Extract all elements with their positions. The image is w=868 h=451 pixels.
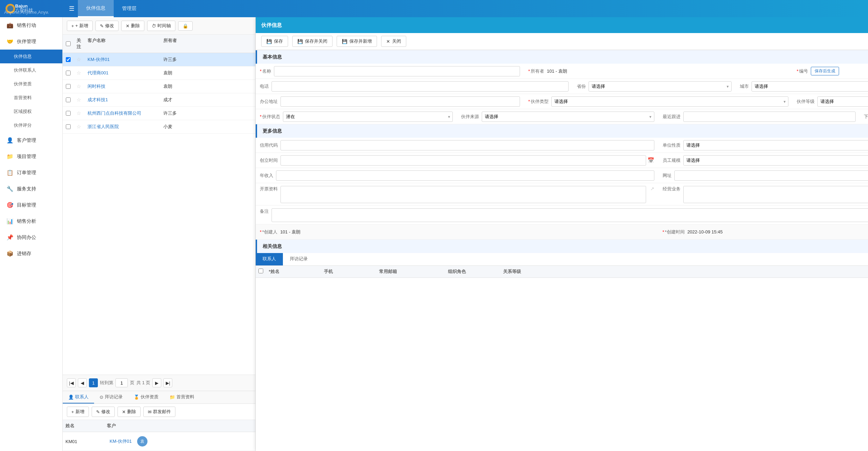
star-icon[interactable]: ☆ — [76, 110, 81, 116]
last-followup-input[interactable] — [683, 112, 856, 122]
row-checkbox[interactable] — [66, 57, 71, 62]
save-button[interactable]: 💾 保存 — [261, 36, 288, 47]
sidebar-item-service-support[interactable]: 🔧 服务支持 — [0, 181, 62, 197]
bottom-tab-quality[interactable]: 🏅 伙伴资质 — [128, 391, 164, 403]
table-row[interactable]: ☆ 闲时科技 袁朗 — [63, 80, 255, 93]
related-select-all[interactable] — [258, 269, 263, 273]
founded-calendar-icon[interactable]: 📅 — [647, 157, 654, 164]
row-star[interactable]: ☆ — [74, 120, 85, 133]
address-input[interactable] — [280, 96, 520, 107]
sidebar-item-order-mgmt[interactable]: 📋 订单管理 — [0, 165, 62, 181]
table-row[interactable]: ☆ 杭州西门点自科技有限公司 许三多 — [63, 107, 255, 120]
sidebar-item-regional-auth[interactable]: 区域授权 — [0, 105, 62, 118]
star-icon[interactable]: ☆ — [76, 56, 81, 62]
save-close-button[interactable]: 💾 保存并关闭 — [292, 36, 333, 47]
bottom-edit-button[interactable]: ✎ 修改 — [92, 407, 115, 417]
row-checkbox[interactable] — [66, 84, 71, 89]
page-input[interactable] — [115, 378, 128, 387]
first-page-button[interactable]: |◀ — [67, 378, 76, 387]
top-nav-partner-info[interactable]: 伙伴信息 — [78, 0, 114, 17]
city-select[interactable]: 请选择 — [752, 81, 868, 92]
sidebar-item-project-mgmt[interactable]: 📁 项目管理 — [0, 148, 62, 165]
save-new-button[interactable]: 💾 保存并新增 — [337, 36, 377, 47]
prev-page-button[interactable]: ◀ — [78, 378, 87, 387]
sidebar-item-sales-action[interactable]: 💼 销售行动 — [0, 17, 62, 33]
website-input[interactable] — [674, 170, 868, 181]
menu-toggle-button[interactable]: ☰ — [65, 5, 78, 12]
current-page-button[interactable]: 1 — [89, 378, 98, 387]
sidebar-item-office-collab[interactable]: 📌 协同办公 — [0, 229, 62, 245]
row-name[interactable]: 闲时科技 — [85, 80, 161, 93]
table-row[interactable]: ☆ 浙江省人民医院 小麦 — [63, 120, 255, 134]
contact-customer[interactable]: KM-伙伴01 — [107, 435, 134, 448]
lock-button[interactable]: 🔒 — [178, 21, 193, 31]
name-input[interactable] — [274, 66, 520, 76]
autogen-button[interactable]: 保存后生成 — [811, 67, 839, 75]
business-textarea[interactable] — [683, 186, 868, 203]
next-page-button[interactable]: ▶ — [152, 378, 161, 387]
more-info-section-header[interactable]: 更多信息 ∧ — [256, 124, 868, 138]
star-icon[interactable]: ☆ — [76, 83, 81, 89]
row-star[interactable]: ☆ — [74, 53, 85, 66]
bottom-tab-contacts[interactable]: 👤 联系人 — [63, 391, 94, 403]
row-checkbox[interactable] — [66, 124, 71, 129]
invoice-textarea[interactable] — [280, 186, 646, 203]
row-checkbox[interactable] — [66, 97, 71, 102]
province-select[interactable]: 请选择 — [589, 81, 731, 92]
notes-textarea[interactable] — [272, 208, 868, 222]
employee-count-select[interactable]: 请选择 — [683, 155, 868, 166]
sidebar-item-partner-quality[interactable]: 伙伴资质 — [0, 77, 62, 91]
bottom-add-button[interactable]: + 新增 — [67, 407, 89, 417]
last-page-button[interactable]: ▶| — [163, 378, 172, 387]
table-row[interactable]: ☆ 代理商001 袁朗 — [63, 66, 255, 80]
delete-button[interactable]: ✕ 删除 — [121, 21, 144, 31]
bottom-tab-visits[interactable]: ⊙ 拜访记录 — [94, 391, 128, 403]
bottom-email-button[interactable]: ✉ 群发邮件 — [143, 407, 175, 417]
close-button[interactable]: ✕ 关闭 — [381, 36, 406, 47]
row-star[interactable]: ☆ — [74, 107, 85, 120]
sidebar-item-inventory[interactable]: 📦 进销存 — [0, 245, 62, 262]
row-star[interactable]: ☆ — [74, 66, 85, 80]
phone-input[interactable] — [272, 81, 569, 92]
row-checkbox[interactable] — [66, 111, 71, 116]
partner-type-select[interactable]: 请选择 — [551, 96, 788, 107]
bottom-tab-main-resource[interactable]: 📁 首营资料 — [164, 391, 200, 403]
sidebar-item-sales-analysis[interactable]: 📊 销售分析 — [0, 213, 62, 229]
sidebar-item-customer-mgmt[interactable]: 👤 客户管理 — [0, 132, 62, 148]
related-info-section-header[interactable]: 相关信息 ∧ — [256, 240, 868, 253]
row-star[interactable]: ☆ — [74, 93, 85, 106]
table-row[interactable]: ☆ 成才科技1 成才 — [63, 93, 255, 107]
star-icon[interactable]: ☆ — [76, 70, 81, 76]
add-button[interactable]: + + 新增 — [67, 21, 93, 31]
timeline-button[interactable]: ⏱ 时间轴 — [147, 21, 175, 31]
row-name[interactable]: KM-伙伴01 — [85, 53, 161, 66]
sidebar-item-main-resource[interactable]: 首营资料 — [0, 91, 62, 105]
revenue-input[interactable] — [276, 170, 654, 181]
org-type-select[interactable]: 请选择 — [683, 140, 868, 150]
partner-status-select[interactable]: 潜在 活跃 — [283, 112, 453, 122]
partner-source-select[interactable]: 请选择 — [482, 112, 654, 122]
sidebar-item-partner-info[interactable]: 伙伴信息 — [0, 50, 62, 63]
bottom-table-row[interactable]: KM01 KM-伙伴01 袁 — [63, 432, 255, 451]
sidebar-item-target-mgmt[interactable]: 🎯 目标管理 — [0, 197, 62, 213]
bottom-delete-button[interactable]: ✕ 删除 — [118, 407, 141, 417]
star-icon[interactable]: ☆ — [76, 124, 81, 129]
sidebar-item-partner-mgmt[interactable]: 🤝 伙伴管理 — [0, 33, 62, 50]
top-nav-management[interactable]: 管理层 — [114, 0, 145, 17]
row-name[interactable]: 代理商001 — [85, 66, 161, 80]
related-tab-contacts[interactable]: 联系人 — [256, 253, 283, 265]
star-icon[interactable]: ☆ — [76, 97, 81, 103]
row-star[interactable]: ☆ — [74, 80, 85, 93]
related-tab-visits[interactable]: 拜访记录 — [283, 253, 315, 265]
row-name[interactable]: 浙江省人民医院 — [85, 120, 161, 133]
sidebar-item-partner-contact[interactable]: 伙伴联系人 — [0, 63, 62, 77]
row-name[interactable]: 成才科技1 — [85, 93, 161, 106]
sidebar-item-partner-rating[interactable]: 伙伴评分 — [0, 118, 62, 132]
partner-level-select[interactable]: 请选择 — [817, 96, 868, 107]
table-row[interactable]: ☆ KM-伙伴01 许三多 — [63, 53, 255, 66]
founded-input[interactable] — [280, 155, 646, 166]
row-name[interactable]: 杭州西门点自科技有限公司 — [85, 107, 161, 120]
edit-button[interactable]: ✎ 修改 — [95, 21, 119, 31]
row-checkbox[interactable] — [66, 71, 71, 75]
credit-code-input[interactable] — [280, 140, 654, 150]
